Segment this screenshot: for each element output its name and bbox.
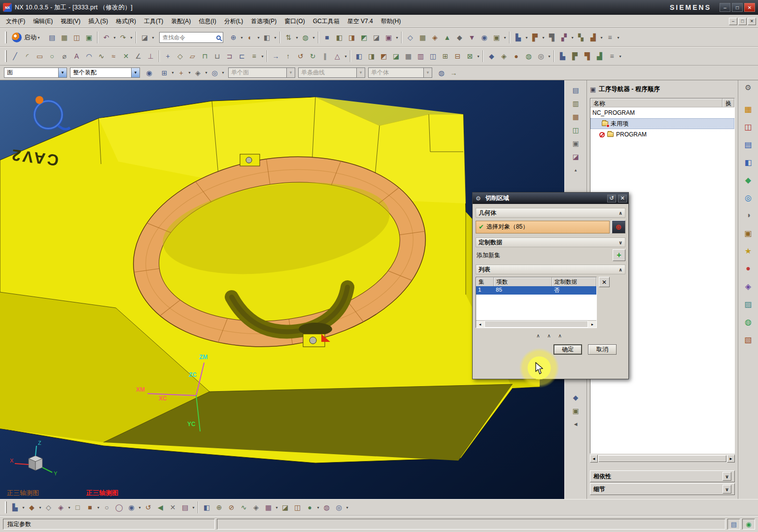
toolbar-icon[interactable]: ▣: [569, 404, 582, 417]
toolbar-icon[interactable]: ▚: [575, 32, 586, 43]
menu-item[interactable]: 编辑(E): [29, 16, 57, 27]
document-window-button[interactable]: ✕: [748, 18, 756, 25]
toolbar-icon[interactable]: ⊕: [228, 32, 239, 43]
dropdown-caret[interactable]: ▾: [570, 35, 575, 40]
toolbar-icon[interactable]: ◍: [436, 67, 447, 78]
toolbar-grip[interactable]: [5, 501, 7, 513]
toolbar-icon[interactable]: ◆: [486, 51, 497, 62]
dropdown-caret[interactable]: ▾: [547, 54, 551, 59]
dropdown-caret[interactable]: ▾: [395, 35, 399, 40]
toolbar-icon[interactable]: ●: [511, 51, 522, 62]
toolbar-icon[interactable]: ▤: [46, 32, 58, 43]
toolbar-icon[interactable]: ◠: [83, 51, 95, 62]
type-filter-combo[interactable]: 面 ▼: [4, 67, 67, 78]
toolbar-icon[interactable]: ▜: [546, 32, 557, 43]
toolbar-icon[interactable]: ▞: [558, 32, 570, 43]
scroll-up-icon[interactable]: ▴: [569, 164, 582, 176]
dropdown-caret[interactable]: ▾: [345, 505, 349, 510]
toolbar-icon[interactable]: →: [270, 51, 281, 62]
dropdown-caret[interactable]: ▾: [96, 505, 101, 510]
toolbar-icon[interactable]: ◀: [155, 502, 166, 513]
tree-node-label[interactable]: 未用项: [611, 120, 628, 128]
dropdown-caret[interactable]: ▾: [138, 505, 142, 510]
dropdown-caret[interactable]: ▾: [344, 54, 348, 59]
resource-bar-icon[interactable]: ▨: [741, 298, 755, 310]
toolbar-icon[interactable]: ◇: [174, 51, 186, 62]
toolbar-icon[interactable]: ◫: [292, 502, 303, 513]
toolbar-icon[interactable]: ◍: [523, 51, 534, 62]
chevron-down-icon[interactable]: ∨: [619, 240, 622, 245]
toolbar-icon[interactable]: ◫: [71, 32, 82, 43]
toolbar-icon[interactable]: ▣: [491, 32, 502, 43]
toolbar-icon[interactable]: ◎: [209, 67, 220, 78]
resource-bar-icon[interactable]: ★: [741, 244, 755, 257]
toolbar-icon[interactable]: ◈: [192, 67, 204, 78]
toolbar-icon[interactable]: ≡: [604, 32, 616, 43]
toolbar-icon[interactable]: ▦: [59, 32, 70, 43]
toolbar-icon[interactable]: +: [175, 67, 187, 78]
toolbar-icon[interactable]: ◪: [139, 32, 150, 43]
toolbar-icon[interactable]: ⊞: [440, 51, 451, 62]
selection-scope-combo[interactable]: 整个装配 ▼: [70, 67, 140, 78]
dropdown-caret[interactable]: ▾: [67, 505, 71, 510]
toolbar-icon[interactable]: ▛: [529, 32, 541, 43]
dropdown-caret[interactable]: ▾: [260, 54, 265, 59]
dropdown-caret[interactable]: ▾: [187, 70, 192, 75]
toolbar-icon[interactable]: ◍: [321, 502, 332, 513]
toolbar-icon[interactable]: ▣: [383, 32, 394, 43]
toolbar-icon[interactable]: ▦: [569, 110, 582, 123]
collapse-left-icon[interactable]: ◀: [569, 418, 582, 430]
toolbar-icon[interactable]: ▲: [442, 32, 453, 43]
toolbar-icon[interactable]: ◉: [126, 502, 137, 513]
dropdown-caret[interactable]: ▾: [221, 70, 225, 75]
toolbar-icon[interactable]: ∿: [96, 51, 107, 62]
history-icon[interactable]: ◑: [741, 209, 755, 222]
dropdown-caret[interactable]: ▾: [171, 70, 175, 75]
toolbar-icon[interactable]: ◨: [366, 51, 377, 62]
toolbar-icon[interactable]: ↷: [117, 32, 129, 43]
toolbar-icon[interactable]: ▛: [569, 51, 581, 62]
part-navigator-icon[interactable]: ◆: [741, 173, 755, 186]
scrollbar-thumb[interactable]: [598, 455, 726, 462]
chevron-down-icon[interactable]: ▼: [131, 68, 139, 77]
close-icon[interactable]: ✕: [618, 195, 627, 202]
toolbar-icon[interactable]: ↺: [142, 502, 154, 513]
toolbar-icon[interactable]: ≈: [108, 51, 119, 62]
toolbar-icon[interactable]: ◩: [378, 51, 389, 62]
gear-icon[interactable]: ⚙: [745, 83, 751, 92]
toolbar-icon[interactable]: ●: [304, 502, 315, 513]
dropdown-caret[interactable]: ▾: [151, 35, 155, 40]
toolbar-icon[interactable]: △: [332, 51, 343, 62]
toolbar-icon[interactable]: ⊟: [452, 51, 463, 62]
dropdown-caret[interactable]: ▾: [618, 54, 622, 59]
dropdown-caret[interactable]: ▾: [503, 35, 507, 40]
geometry-section-bar[interactable]: 几何体 ∧: [476, 208, 625, 218]
dropdown-caret[interactable]: ▾: [112, 35, 117, 40]
toolbar-icon[interactable]: ◇: [405, 32, 416, 43]
chevron-up-icon[interactable]: ∧: [619, 210, 622, 216]
select-object-field[interactable]: ✔ 选择对象（85）: [476, 221, 610, 233]
toolbar-icon[interactable]: ◆: [569, 391, 582, 403]
toolbar-grip[interactable]: [5, 32, 7, 43]
toolbar-icon[interactable]: ▦: [417, 32, 428, 43]
menu-item[interactable]: 格式(R): [112, 16, 140, 27]
toolbar-grip[interactable]: [5, 50, 7, 62]
maximize-button[interactable]: □: [732, 3, 743, 12]
toolbar-icon[interactable]: ◨: [346, 32, 357, 43]
toolbar-icon[interactable]: ▤: [179, 502, 191, 513]
resource-bar-icon[interactable]: ▣: [741, 227, 755, 239]
toolbar-icon[interactable]: ⊥: [145, 51, 156, 62]
toolbar-icon[interactable]: ◜: [22, 51, 33, 62]
tree-column-headers[interactable]: 名称 换: [590, 99, 734, 107]
status-icon[interactable]: ▤: [727, 519, 740, 530]
chevron-up-icon[interactable]: ∧: [619, 267, 622, 272]
toolbar-icon[interactable]: ▣: [569, 137, 582, 149]
menu-item[interactable]: 文件(F): [2, 16, 29, 27]
menu-item[interactable]: 信息(I): [195, 16, 220, 27]
dialog-title-bar[interactable]: ⚙ 切削区域 ↺ ✕: [473, 193, 628, 204]
tree-row[interactable]: PROGRAM: [590, 129, 734, 140]
close-button[interactable]: ✕: [744, 3, 755, 12]
toolbar-icon[interactable]: ■: [321, 32, 333, 43]
toolbar-icon[interactable]: ⊔: [211, 51, 223, 62]
toolbar-icon[interactable]: ◈: [250, 502, 262, 513]
